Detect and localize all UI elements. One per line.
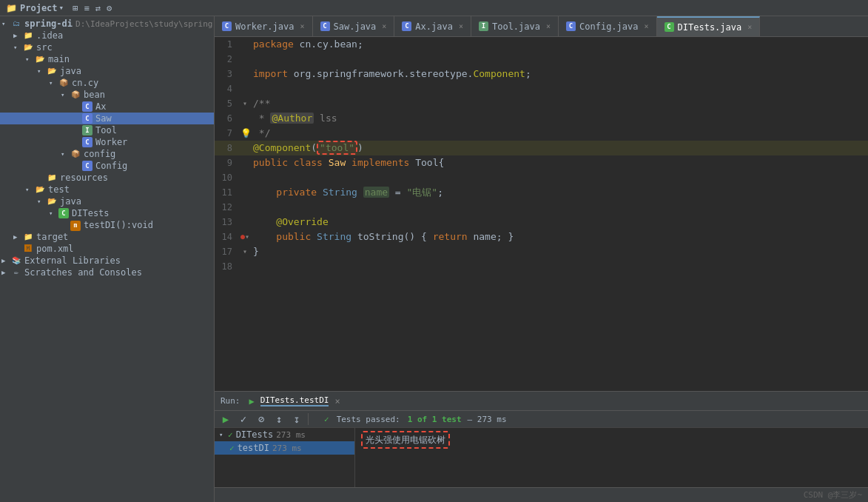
- arrow-bean: ▾: [61, 91, 70, 98]
- fold-arrow-17[interactable]: ▾: [243, 244, 247, 259]
- code-text-5: /**: [253, 96, 270, 111]
- class-config-icon: C: [81, 161, 93, 171]
- fold-arrow-14[interactable]: ▾: [245, 230, 249, 244]
- tab-label-ditests: DITests.java: [678, 22, 742, 33]
- tab-close-ax[interactable]: ×: [459, 22, 463, 30]
- run-icon: ▶: [249, 396, 255, 406]
- folder-java-test-icon: 📂: [46, 196, 58, 207]
- sidebar-item-target[interactable]: ▶ 📁 target: [0, 231, 214, 243]
- line-num-8: 8: [215, 141, 238, 155]
- code-text-7: */: [253, 126, 270, 141]
- sidebar-item-testdi[interactable]: ▶ m testDI():void: [0, 219, 214, 231]
- line-num-5: 5: [215, 96, 238, 111]
- run-time-ditests: 273 ms: [276, 430, 306, 440]
- sidebar-item-test[interactable]: ▾ 📂 test: [0, 184, 214, 195]
- sidebar-item-bean[interactable]: ▾ 📦 bean: [0, 89, 214, 101]
- run-pass-icon-testdi: ✓: [229, 444, 235, 453]
- tab-close-saw[interactable]: ×: [382, 22, 386, 30]
- sidebar-item-extlib[interactable]: ▶ 📚 External Libraries: [0, 255, 214, 267]
- arrow-src: ▾: [13, 44, 22, 51]
- gutter-17: ▾: [238, 244, 253, 259]
- run-stop-btn[interactable]: ⊘: [255, 413, 268, 425]
- bottom-tab-bar: Run: ▶ DITests.testDI ×: [215, 392, 868, 411]
- bottom-tab-close[interactable]: ×: [334, 396, 340, 406]
- code-text-11: private String name = "电锯";: [253, 185, 443, 200]
- tests-passed-label: Tests passed:: [337, 415, 400, 424]
- sidebar-item-pom[interactable]: ▶ 🅼 pom.xml: [0, 243, 214, 255]
- sidebar-item-config-class[interactable]: ▶ C Config: [0, 160, 214, 172]
- sidebar-item-scratches[interactable]: ▶ ✏️ Scratches and Consoles: [0, 267, 214, 278]
- code-line-4: 4: [215, 81, 868, 96]
- title-icon-1[interactable]: ⊞: [73, 3, 78, 13]
- sidebar-item-spring-di[interactable]: ▾ 🗂 spring-di D:\IdeaProjects\study\spri…: [0, 18, 214, 30]
- sidebar-item-saw[interactable]: ▶ C Saw: [0, 113, 214, 124]
- sidebar-item-java-test[interactable]: ▾ 📂 java: [0, 195, 214, 207]
- tab-ax[interactable]: C Ax.java ×: [394, 16, 471, 37]
- sidebar-item-ax[interactable]: ▶ C Ax: [0, 101, 214, 113]
- project-icon-main: 🗂: [10, 19, 22, 29]
- code-line-2: 2: [215, 52, 868, 67]
- tests-count: 1 of 1 test: [408, 415, 462, 424]
- folder-resources-icon: 📁: [46, 173, 58, 183]
- arrow-config-pkg: ▾: [61, 150, 70, 158]
- folder-test-icon: 📂: [34, 184, 46, 195]
- tab-config[interactable]: C Config.java ×: [559, 16, 657, 37]
- run-output-line: 光头强使用电锯砍树: [361, 431, 862, 449]
- tab-close-config[interactable]: ×: [645, 22, 649, 30]
- title-icon-2[interactable]: ≡: [84, 3, 89, 13]
- tab-icon-config: C: [566, 21, 576, 31]
- line-num-1: 1: [215, 37, 238, 52]
- tab-ditests[interactable]: C DITests.java ×: [657, 16, 761, 37]
- sidebar-item-main[interactable]: ▾ 📂 main: [0, 53, 214, 65]
- line-num-7: 7: [215, 126, 238, 141]
- project-icon: 📁: [6, 3, 17, 13]
- code-line-17: 17 ▾ }: [215, 244, 868, 259]
- run-play-btn[interactable]: ▶: [219, 413, 232, 425]
- sidebar-item-tool[interactable]: ▶ I Tool: [0, 124, 214, 136]
- run-pass-icon: ✓: [324, 415, 329, 424]
- tab-close-ditests[interactable]: ×: [747, 23, 752, 31]
- sidebar-item-idea[interactable]: ▶ 📁 .idea: [0, 30, 214, 41]
- sidebar-item-ditests[interactable]: ▾ C DITests: [0, 207, 214, 219]
- tab-close-worker[interactable]: ×: [300, 22, 304, 30]
- arrow-idea: ▶: [13, 32, 22, 39]
- sidebar-item-config-pkg[interactable]: ▾ 📦 config: [0, 148, 214, 160]
- tab-tool[interactable]: I Tool.java ×: [471, 16, 559, 37]
- run-time-testdi: 273 ms: [272, 444, 302, 453]
- sidebar-item-cncy[interactable]: ▾ 📦 cn.cy: [0, 77, 214, 89]
- run-tree-item-ditests[interactable]: ▾ ✓ DITests 273 ms: [215, 428, 354, 441]
- code-line-10: 10: [215, 170, 868, 185]
- code-text-3: import org.springframework.stereotype.Co…: [253, 67, 531, 81]
- arrow-java: ▾: [37, 67, 46, 75]
- run-right-panel: 光头强使用电锯砍树: [355, 428, 868, 487]
- code-text-14: public String toString() { return name; …: [253, 230, 514, 244]
- line-num-12: 12: [215, 200, 238, 215]
- title-icon-4[interactable]: ⚙: [107, 3, 112, 13]
- sidebar-item-worker[interactable]: ▶ C Worker: [0, 136, 214, 148]
- fold-icon-5[interactable]: ▾: [243, 96, 247, 111]
- code-editor[interactable]: 1 package cn.cy.bean; 2 3 import org.spr…: [215, 37, 868, 391]
- title-dropdown-icon[interactable]: ▾: [59, 3, 64, 13]
- run-label: Run:: [221, 396, 240, 406]
- line-num-3: 3: [215, 67, 238, 81]
- sidebar-item-src[interactable]: ▾ 📂 src: [0, 41, 214, 53]
- run-check-btn[interactable]: ✓: [237, 413, 250, 425]
- sidebar-item-java[interactable]: ▾ 📂 java: [0, 65, 214, 77]
- tab-worker[interactable]: C Worker.java ×: [215, 16, 313, 37]
- folder-target-icon: 📁: [22, 232, 34, 242]
- tab-close-tool[interactable]: ×: [546, 22, 551, 30]
- bottom-tab-ditests[interactable]: DITests.testDI: [260, 395, 329, 406]
- sidebar-item-resources[interactable]: ▶ 📁 resources: [0, 172, 214, 184]
- tab-saw[interactable]: C Saw.java ×: [313, 16, 395, 37]
- run-sort-btn2[interactable]: ↧: [290, 413, 303, 425]
- run-sort-btn1[interactable]: ↕: [272, 413, 286, 425]
- run-tree-item-testdi[interactable]: ✓ testDI 273 ms: [215, 441, 354, 455]
- line-num-2: 2: [215, 52, 238, 67]
- arrow-target: ▶: [13, 233, 22, 241]
- tab-icon-saw: C: [320, 21, 330, 31]
- arrow-test: ▾: [25, 186, 34, 193]
- code-line-3: 3 import org.springframework.stereotype.…: [215, 67, 868, 81]
- title-icon-3[interactable]: ⇄: [95, 3, 101, 13]
- tab-bar: C Worker.java × C Saw.java × C Ax.java ×…: [215, 16, 868, 37]
- arrow-scratches: ▶: [1, 269, 10, 276]
